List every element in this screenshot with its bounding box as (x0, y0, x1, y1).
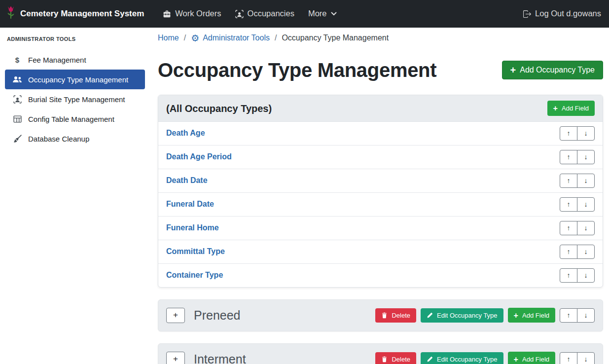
field-row: Death Age Period ↑ ↓ (158, 145, 603, 169)
plus-icon: + (553, 104, 558, 112)
sidebar-item-label: Config Table Management (28, 114, 114, 124)
sidebar-header: ADMINISTRATOR TOOLS (0, 34, 150, 50)
sidebar-item-label: Occupancy Type Management (28, 74, 128, 85)
logout-button[interactable]: Log Out d.gowans (516, 4, 601, 23)
delete-button[interactable]: Delete (375, 352, 416, 364)
field-row: Committal Type ↑ ↓ (158, 240, 603, 263)
all-occupancy-types-card: (All Occupancy Types) + Add Field Death … (158, 95, 603, 287)
reorder-group: ↑ ↓ (560, 352, 595, 364)
field-link[interactable]: Death Age (166, 128, 205, 139)
move-down-button[interactable]: ↓ (577, 197, 595, 212)
down-arrow-icon: ↓ (584, 224, 588, 232)
move-up-button[interactable]: ↑ (560, 221, 577, 235)
card-header: (All Occupancy Types) + Add Field (158, 95, 603, 121)
field-link[interactable]: Death Date (166, 175, 208, 186)
sidebar-item-label: Fee Management (28, 55, 86, 65)
edit-occupancy-type-button[interactable]: Edit Occupancy Type (421, 308, 503, 323)
move-down-button[interactable]: ↓ (577, 308, 595, 323)
down-arrow-icon: ↓ (584, 271, 588, 279)
nav-occupancies[interactable]: Occupancies (228, 4, 301, 23)
main-content: Home / ⚙ Administrator Tools / Occupancy… (150, 28, 609, 364)
field-link[interactable]: Container Type (166, 270, 223, 281)
sidebar-item-database-cleanup[interactable]: Database Cleanup (5, 129, 145, 148)
nav-label: Work Orders (175, 8, 221, 19)
field-link[interactable]: Death Age Period (166, 151, 232, 162)
plus-icon: + (514, 311, 519, 319)
breadcrumb-home[interactable]: Home (158, 33, 179, 43)
breadcrumb-current: Occupancy Type Management (282, 33, 389, 43)
move-down-button[interactable]: ↓ (577, 245, 595, 259)
move-up-button[interactable]: ↑ (560, 245, 577, 259)
field-row: Funeral Date ↑ ↓ (158, 192, 603, 216)
reorder-group: ↑ ↓ (560, 221, 595, 235)
breadcrumb-admin-tools[interactable]: ⚙ Administrator Tools (191, 33, 270, 43)
nav-work-orders[interactable]: Work Orders (156, 4, 228, 23)
trash-icon (381, 356, 388, 363)
trash-icon (381, 312, 388, 319)
sidebar-item-burial-site-type-management[interactable]: Burial Site Type Management (5, 89, 145, 109)
field-link[interactable]: Funeral Date (166, 199, 214, 210)
up-arrow-icon: ↑ (567, 271, 571, 279)
add-field-label: Add Field (522, 312, 549, 319)
sections-list: + Preneed Delete Edit Occupanc (158, 299, 603, 364)
section-title: Preneed (194, 307, 241, 324)
edit-occupancy-type-button[interactable]: Edit Occupancy Type (421, 352, 503, 364)
pencil-icon (427, 312, 433, 319)
expand-button[interactable]: + (166, 308, 185, 323)
app-brand[interactable]: Cemetery Management System (6, 5, 144, 23)
field-row: Death Age ↑ ↓ (158, 122, 603, 145)
add-field-button[interactable]: + Add Field (508, 308, 555, 323)
move-down-button[interactable]: ↓ (577, 352, 595, 364)
up-arrow-icon: ↑ (567, 224, 571, 232)
delete-label: Delete (392, 356, 410, 363)
dollar-icon: $ (12, 55, 23, 65)
sidebar-item-fee-management[interactable]: $ Fee Management (5, 50, 145, 70)
field-link[interactable]: Committal Type (166, 246, 225, 257)
sidebar-item-config-table-management[interactable]: Config Table Management (5, 109, 145, 129)
move-up-button[interactable]: ↑ (560, 268, 577, 283)
button-label: Add Occupancy Type (520, 66, 595, 74)
reorder-group: ↑ ↓ (560, 197, 595, 212)
move-down-button[interactable]: ↓ (577, 126, 595, 141)
move-down-button[interactable]: ↓ (577, 150, 595, 164)
move-up-button[interactable]: ↑ (560, 126, 577, 141)
section-actions: Delete Edit Occupancy Type + Add Field ↑ (375, 308, 595, 323)
expand-button[interactable]: + (166, 352, 185, 364)
table-icon (12, 115, 23, 123)
down-arrow-icon: ↓ (584, 177, 588, 184)
move-up-button[interactable]: ↑ (560, 308, 577, 323)
delete-button[interactable]: Delete (375, 308, 416, 323)
reorder-group: ↑ ↓ (560, 126, 595, 141)
card-title: (All Occupancy Types) (166, 102, 272, 115)
add-occupancy-type-button[interactable]: + Add Occupancy Type (502, 61, 603, 79)
plus-icon: + (510, 65, 516, 75)
field-link[interactable]: Funeral Home (166, 222, 219, 233)
occupancy-type-section: + Interment Delete Edit Occupa (158, 343, 603, 364)
add-field-button[interactable]: + Add Field (547, 101, 595, 115)
move-up-button[interactable]: ↑ (560, 174, 577, 188)
add-field-button[interactable]: + Add Field (508, 352, 555, 364)
down-arrow-icon: ↓ (584, 200, 588, 208)
reorder-group: ↑ ↓ (560, 268, 595, 283)
down-arrow-icon: ↓ (584, 129, 588, 137)
breadcrumb-separator: / (184, 33, 186, 43)
move-down-button[interactable]: ↓ (577, 268, 595, 283)
broom-icon (12, 135, 23, 143)
person-bounding-box-icon (12, 95, 23, 104)
sidebar-item-label: Burial Site Type Management (28, 94, 125, 105)
sidebar-item-label: Database Cleanup (28, 134, 89, 144)
field-row: Funeral Home ↑ ↓ (158, 216, 603, 240)
logout-label: Log Out d.gowans (535, 8, 601, 19)
up-arrow-icon: ↑ (567, 200, 571, 208)
add-field-label: Add Field (522, 356, 549, 363)
move-up-button[interactable]: ↑ (560, 150, 577, 164)
move-down-button[interactable]: ↓ (577, 221, 595, 235)
nav-more[interactable]: More (301, 4, 344, 23)
move-up-button[interactable]: ↑ (560, 197, 577, 212)
section-actions: Delete Edit Occupancy Type + Add Field ↑ (375, 352, 595, 364)
move-down-button[interactable]: ↓ (577, 174, 595, 188)
move-up-button[interactable]: ↑ (560, 352, 577, 364)
reorder-group: ↑ ↓ (560, 150, 595, 164)
page-title: Occupancy Type Management (158, 58, 436, 82)
sidebar-item-occupancy-type-management[interactable]: Occupancy Type Management (5, 70, 145, 89)
